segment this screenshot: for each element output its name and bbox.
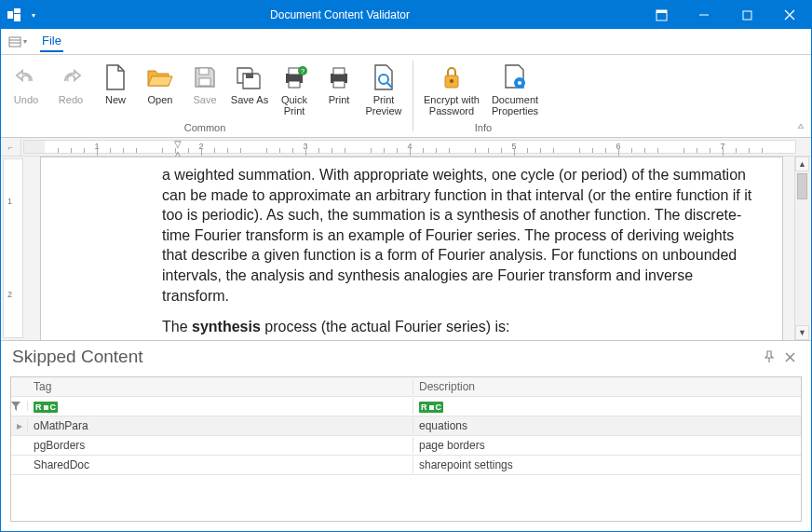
save-button[interactable]: Save bbox=[183, 59, 226, 120]
undo-label: Undo bbox=[14, 94, 38, 118]
save-as-icon bbox=[235, 62, 264, 92]
grid-filter-description[interactable]: RC bbox=[413, 398, 801, 415]
svg-rect-22 bbox=[333, 81, 345, 88]
doc-properties-icon bbox=[500, 62, 530, 92]
cell-tag[interactable]: SharedDoc bbox=[28, 457, 413, 473]
cell-tag[interactable]: pgBorders bbox=[28, 437, 413, 454]
undo-button[interactable]: Undo bbox=[5, 59, 47, 120]
filter-icon[interactable] bbox=[11, 402, 28, 411]
row-indicator-icon: ▸ bbox=[11, 419, 28, 432]
window-title: Document Content Validator bbox=[40, 8, 640, 21]
svg-rect-21 bbox=[333, 68, 345, 75]
table-row[interactable]: pgBorderspage borders bbox=[11, 436, 801, 456]
quick-print-icon: ? bbox=[279, 62, 309, 92]
svg-rect-14 bbox=[246, 74, 253, 78]
scroll-up-icon[interactable]: ▲ bbox=[795, 157, 809, 171]
panel-header: Skipped Content bbox=[1, 341, 811, 371]
doc-properties-button[interactable]: Document Properties bbox=[484, 59, 546, 120]
qat-dropdown-icon[interactable]: ▾ bbox=[27, 1, 40, 29]
close-panel-icon[interactable] bbox=[779, 347, 800, 367]
print-preview-label: Print Preview bbox=[365, 94, 401, 118]
open-button[interactable]: Open bbox=[139, 59, 182, 120]
bold-text: synthesis bbox=[192, 319, 261, 334]
quick-print-button[interactable]: ? Quick Print bbox=[273, 59, 316, 120]
print-preview-button[interactable]: Print Preview bbox=[362, 59, 405, 120]
close-button[interactable] bbox=[768, 1, 811, 29]
paragraph-text: process (the actual Fourier series) is: bbox=[261, 319, 510, 334]
svg-rect-9 bbox=[9, 37, 20, 47]
scroll-down-icon[interactable]: ▼ bbox=[795, 325, 809, 340]
tab-file[interactable]: File bbox=[40, 32, 63, 52]
document-area: 12 a weighted summation. With appropriat… bbox=[1, 157, 811, 340]
panel-title: Skipped Content bbox=[12, 347, 759, 367]
open-label: Open bbox=[148, 94, 173, 118]
horizontal-ruler[interactable]: ▽△ 1234567 bbox=[23, 140, 796, 154]
cell-description[interactable]: equations bbox=[413, 417, 801, 434]
redo-button[interactable]: Redo bbox=[49, 59, 92, 120]
grid-filter-row: RC RC bbox=[11, 397, 801, 416]
ruler-number: 2 bbox=[7, 290, 12, 299]
doc-properties-label: Document Properties bbox=[492, 94, 538, 118]
filter-chip: RC bbox=[419, 402, 443, 413]
new-label: New bbox=[105, 94, 126, 118]
svg-rect-13 bbox=[199, 78, 210, 86]
ribbon-display-options-button[interactable] bbox=[640, 1, 683, 29]
table-row[interactable]: SharedDocsharepoint settings bbox=[11, 456, 801, 475]
cell-description[interactable]: sharepoint settings bbox=[413, 457, 801, 473]
print-label: Print bbox=[329, 94, 350, 118]
collapse-ribbon-icon[interactable]: ㅿ bbox=[796, 120, 805, 133]
cell-description[interactable]: page borders bbox=[413, 437, 801, 454]
title-bar: ▾ Document Content Validator bbox=[1, 1, 811, 29]
qat-customize-icon[interactable]: ▾ bbox=[8, 35, 27, 48]
grid-header: Tag Description bbox=[11, 377, 801, 397]
document-viewport[interactable]: a weighted summation. With appropriate w… bbox=[23, 157, 811, 340]
svg-point-26 bbox=[450, 79, 453, 83]
ribbon-group-common-label: Common bbox=[184, 122, 226, 135]
grid-header-description[interactable]: Description bbox=[413, 378, 801, 395]
table-row[interactable]: ▸oMathParaequations bbox=[11, 416, 801, 436]
print-preview-icon bbox=[369, 62, 399, 92]
paragraph[interactable]: The synthesis process (the actual Fourie… bbox=[162, 317, 756, 337]
encrypt-label: Encrypt with Password bbox=[424, 94, 480, 118]
vertical-scrollbar[interactable]: ▲ ▼ bbox=[794, 157, 809, 340]
undo-icon bbox=[11, 62, 41, 92]
skipped-content-grid: Tag Description RC RC ▸oMathParaequation… bbox=[10, 376, 802, 522]
grid-filter-tag[interactable]: RC bbox=[28, 398, 413, 415]
ribbon: Undo Redo New Open bbox=[1, 55, 811, 138]
new-button[interactable]: New bbox=[94, 59, 137, 120]
paragraph-text: a weighted summation. With appropriate w… bbox=[162, 167, 751, 304]
tab-strip: ▾ File bbox=[1, 29, 811, 55]
svg-rect-1 bbox=[14, 8, 20, 13]
ribbon-group-common: Undo Redo New Open bbox=[1, 55, 409, 137]
filter-chip-label: R bbox=[421, 402, 427, 412]
ribbon-group-info-label: Info bbox=[475, 122, 492, 135]
maximize-button[interactable] bbox=[725, 1, 768, 29]
document-page[interactable]: a weighted summation. With appropriate w… bbox=[40, 157, 783, 340]
scroll-thumb[interactable] bbox=[797, 173, 807, 199]
vertical-ruler[interactable]: 12 bbox=[3, 158, 23, 338]
scroll-track[interactable] bbox=[795, 171, 809, 325]
ruler-row: ⌐ ▽△ 1234567 bbox=[1, 138, 811, 157]
svg-text:?: ? bbox=[301, 67, 305, 75]
ribbon-separator bbox=[413, 61, 413, 131]
filter-chip-label: R bbox=[35, 402, 42, 412]
cell-tag[interactable]: oMathPara bbox=[28, 417, 413, 434]
pin-icon[interactable] bbox=[759, 347, 779, 367]
paragraph[interactable]: a weighted summation. With appropriate w… bbox=[162, 165, 756, 306]
open-icon bbox=[145, 62, 175, 92]
svg-rect-17 bbox=[289, 81, 300, 88]
redo-icon bbox=[56, 62, 86, 92]
skipped-content-panel: Skipped Content Tag Description RC RC ▸o… bbox=[1, 340, 811, 531]
grid-empty-area bbox=[11, 475, 801, 521]
print-button[interactable]: Print bbox=[318, 59, 360, 120]
filter-chip-label: C bbox=[50, 402, 57, 412]
grid-header-tag[interactable]: Tag bbox=[28, 378, 413, 395]
ruler-corner[interactable]: ⌐ bbox=[1, 138, 21, 156]
redo-label: Redo bbox=[59, 94, 83, 118]
svg-rect-2 bbox=[14, 14, 20, 21]
svg-rect-4 bbox=[656, 10, 667, 13]
lock-icon bbox=[437, 62, 467, 92]
encrypt-button[interactable]: Encrypt with Password bbox=[421, 59, 482, 120]
minimize-button[interactable] bbox=[683, 1, 725, 29]
save-as-button[interactable]: Save As bbox=[228, 59, 271, 120]
